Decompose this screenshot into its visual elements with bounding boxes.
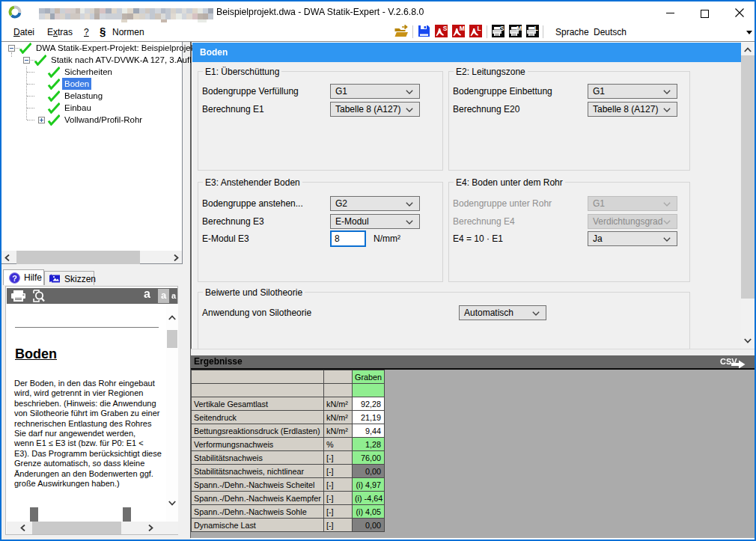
- svg-text:S: S: [443, 25, 448, 32]
- svg-text:L: L: [534, 25, 538, 32]
- svg-text:L: L: [478, 25, 481, 32]
- svg-text:M: M: [516, 25, 522, 32]
- svg-text:M: M: [460, 25, 465, 32]
- svg-text:S: S: [500, 25, 504, 32]
- svg-text:?: ?: [12, 274, 17, 283]
